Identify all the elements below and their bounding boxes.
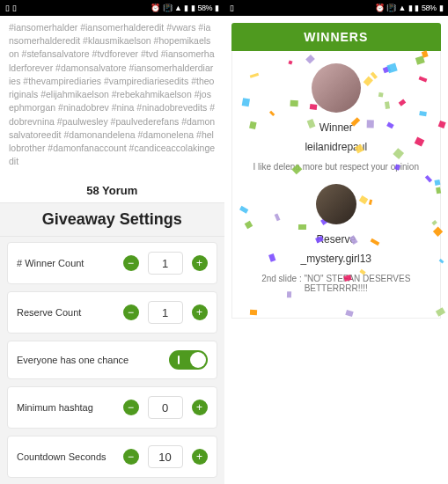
winner-comment: I like delena more but respect your opin…	[241, 162, 432, 172]
stepper: − 0 +	[123, 396, 208, 419]
row-countdown: Countdown Seconds − 10 +	[7, 436, 217, 478]
plus-button[interactable]: +	[192, 304, 208, 320]
status-left: ▯ ▯	[5, 4, 17, 12]
countdown-value[interactable]: 10	[148, 445, 183, 468]
winners-header: WINNERS	[231, 23, 442, 51]
min-hashtag-value[interactable]: 0	[148, 396, 183, 419]
phone-right: ▯ ⏰ 📳 ▲ ▮ ▮ 58% ▮ WINNERS Winner leilani…	[224, 0, 449, 484]
row-min-hashtag: Minimum hashtag − 0 +	[7, 386, 217, 429]
battery-text: 58%	[197, 4, 212, 12]
vibrate-icon: 📳	[163, 4, 173, 12]
reserve-comment: 2nd slide : "NO" STEFAN DESERVES BETTERR…	[241, 274, 432, 293]
battery-icon: ▮	[215, 4, 219, 12]
battery-icon: ▮	[439, 4, 444, 12]
minus-button[interactable]: −	[123, 449, 139, 465]
reserve-avatar	[316, 184, 356, 224]
left-content: #iansomerhalder #iansomerhalderedit #vwa…	[0, 16, 224, 484]
signal-icon: ▮	[408, 4, 413, 12]
minus-button[interactable]: −	[123, 304, 139, 320]
signal-icon: ▮	[415, 4, 419, 12]
stepper: − 1 +	[123, 301, 208, 324]
wifi-icon: ▲	[399, 4, 406, 12]
plus-button[interactable]: +	[192, 400, 208, 415]
reserve-count-value[interactable]: 1	[148, 301, 183, 324]
minus-button[interactable]: −	[123, 400, 139, 415]
row-reserve-count: Reserve Count − 1 +	[7, 291, 217, 334]
sim-icon: ▯	[12, 4, 17, 12]
status-bar: ▯ ⏰ 📳 ▲ ▮ ▮ 58% ▮	[224, 0, 449, 16]
signal-icon: ▮	[191, 4, 195, 12]
comments-count: 58 Yorum	[0, 175, 224, 202]
stepper: − 10 +	[123, 445, 208, 468]
row-label: Reserve Count	[17, 307, 81, 318]
plus-button[interactable]: +	[192, 255, 208, 271]
battery-text: 58%	[422, 4, 437, 12]
right-content: WINNERS Winner leilanidrepaul I like del…	[224, 16, 449, 484]
alarm-icon: ⏰	[151, 4, 160, 12]
row-label: Everyone has one chance	[17, 355, 129, 365]
vibrate-icon: 📳	[386, 4, 396, 12]
row-one-chance: Everyone has one chance	[7, 341, 217, 379]
wifi-icon: ▲	[174, 4, 181, 12]
row-label: Countdown Seconds	[17, 451, 106, 462]
winners-body: Winner leilanidrepaul I like delena more…	[231, 51, 442, 319]
settings-title: Giveaway Settings	[0, 202, 224, 237]
status-right: ⏰ 📳 ▲ ▮ ▮ 58% ▮	[151, 4, 218, 12]
status-left: ▯	[230, 4, 234, 12]
one-chance-toggle[interactable]	[169, 350, 208, 370]
winner-avatar	[312, 63, 361, 113]
row-label: # Winner Count	[17, 258, 84, 268]
sim-icon: ▯	[5, 4, 10, 12]
stepper: − 1 +	[123, 252, 208, 275]
winner-count-value[interactable]: 1	[148, 252, 183, 275]
sim-icon: ▯	[230, 4, 234, 12]
minus-button[interactable]: −	[123, 255, 139, 271]
toggle-wrap	[169, 350, 208, 370]
winner-role: Winner	[241, 121, 432, 134]
winner-username: leilanidrepaul	[241, 141, 432, 153]
alarm-icon: ⏰	[375, 4, 385, 12]
reserve-username: _mystery.girl13	[241, 253, 432, 265]
status-right: ⏰ 📳 ▲ ▮ ▮ 58% ▮	[375, 4, 443, 12]
reserve-role: Reserve	[241, 233, 432, 246]
row-winner-count: # Winner Count − 1 +	[7, 242, 217, 284]
row-label: Minimum hashtag	[17, 402, 93, 413]
post-hashtags: #iansomerhalder #iansomerhalderedit #vwa…	[9, 21, 216, 168]
plus-button[interactable]: +	[192, 449, 208, 465]
post-card: #iansomerhalder #iansomerhalderedit #vwa…	[0, 16, 224, 175]
phone-left: ▯ ▯ ⏰ 📳 ▲ ▮ ▮ 58% ▮ #iansomerhalder #ian…	[0, 0, 224, 484]
status-bar: ▯ ▯ ⏰ 📳 ▲ ▮ ▮ 58% ▮	[0, 0, 224, 16]
signal-icon: ▮	[184, 4, 188, 12]
settings-panel: # Winner Count − 1 + Reserve Count − 1 +…	[0, 237, 224, 484]
